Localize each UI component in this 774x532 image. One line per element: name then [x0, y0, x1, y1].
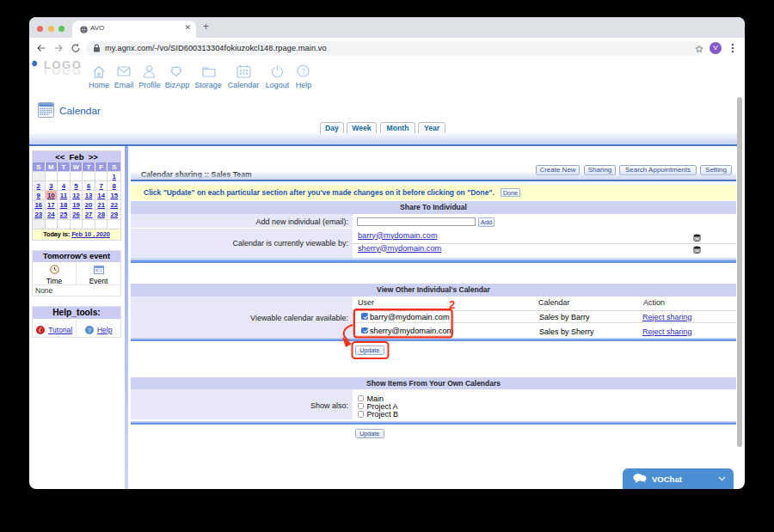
- svg-text:?: ?: [88, 327, 91, 333]
- svg-text:?: ?: [301, 67, 305, 76]
- svg-text:2: 2: [449, 298, 455, 311]
